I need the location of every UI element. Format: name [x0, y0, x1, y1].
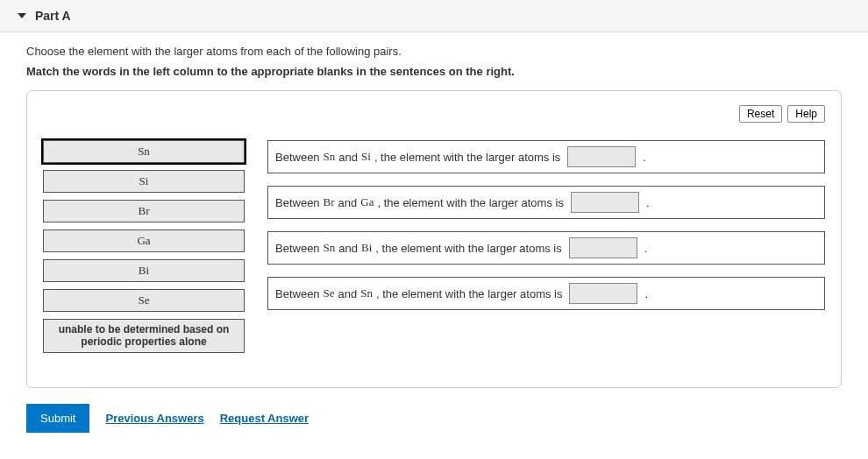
reset-button[interactable]: Reset [739, 105, 782, 123]
word-tile[interactable]: unable to be determined based on periodi… [43, 319, 245, 353]
sentence-text: Between [275, 287, 320, 300]
element-a: Br [324, 195, 335, 209]
question-prompt: Choose the element with the larger atoms… [26, 45, 842, 58]
sentence-text: and [338, 196, 358, 209]
sentence-text: Between [275, 151, 320, 164]
sentence-list: Between Sn and Si, the element with the … [267, 140, 825, 310]
sentence-row: Between Br and Ga, the element with the … [267, 186, 825, 219]
sentence-tail: . [644, 287, 648, 300]
word-tile[interactable]: Br [43, 200, 245, 222]
word-tile[interactable]: Sn [43, 140, 245, 163]
sentence-row: Between Se and Sn, the element with the … [267, 277, 825, 310]
word-label: Ga [137, 234, 150, 248]
sentence-row: Between Sn and Bi, the element with the … [267, 231, 825, 265]
matching-columns: Sn Si Br Ga Bi Se unable to be determine… [43, 140, 825, 353]
request-answer-link[interactable]: Request Answer [220, 412, 309, 425]
word-label: Se [139, 293, 150, 307]
toolbar: Reset Help [43, 105, 825, 123]
word-label: Br [139, 204, 150, 218]
content-area: Choose the element with the larger atoms… [0, 32, 868, 441]
activity-box: Reset Help Sn Si Br Ga Bi Se unable to b… [26, 90, 842, 388]
word-label: Si [139, 174, 149, 188]
part-title: Part A [35, 9, 71, 23]
sentence-text: , the element with the larger atoms is [374, 151, 560, 164]
drop-slot[interactable] [569, 237, 637, 258]
sentence-tail: . [644, 242, 648, 255]
sentence-row: Between Sn and Si, the element with the … [267, 140, 825, 173]
sentence-text: , the element with the larger atoms is [375, 242, 561, 255]
footer-actions: Submit Previous Answers Request Answer [26, 404, 842, 433]
sentence-tail: . [643, 151, 646, 164]
help-button[interactable]: Help [787, 105, 825, 123]
word-tile[interactable]: Si [43, 170, 245, 193]
matching-instruction: Match the words in the left column to th… [26, 65, 842, 78]
element-b: Si [361, 150, 371, 164]
caret-down-icon [18, 13, 26, 18]
submit-button[interactable]: Submit [26, 404, 89, 433]
element-b: Ga [360, 195, 374, 209]
element-b: Sn [360, 286, 373, 300]
word-label: Sn [138, 145, 150, 159]
sentence-tail: . [646, 196, 650, 209]
word-tile[interactable]: Bi [43, 259, 245, 282]
sentence-text: and [338, 287, 358, 300]
sentence-text: Between [275, 242, 320, 255]
previous-answers-link[interactable]: Previous Answers [105, 412, 203, 425]
drop-slot[interactable] [569, 283, 637, 304]
sentence-text: , the element with the larger atoms is [376, 287, 562, 300]
sentence-text: and [338, 242, 358, 255]
element-b: Bi [361, 241, 372, 255]
word-label: unable to be determined based on periodi… [49, 323, 238, 349]
sentence-text: , the element with the larger atoms is [377, 196, 563, 209]
sentence-text: Between [275, 196, 320, 209]
word-bank: Sn Si Br Ga Bi Se unable to be determine… [43, 140, 245, 353]
drop-slot[interactable] [571, 192, 639, 213]
element-a: Se [324, 286, 335, 300]
sentence-text: and [338, 151, 358, 164]
element-a: Sn [324, 150, 336, 164]
word-label: Bi [139, 264, 149, 278]
word-tile[interactable]: Se [43, 289, 245, 312]
element-a: Sn [324, 241, 336, 255]
word-tile[interactable]: Ga [43, 230, 245, 252]
part-header[interactable]: Part A [0, 0, 868, 32]
drop-slot[interactable] [567, 146, 636, 167]
